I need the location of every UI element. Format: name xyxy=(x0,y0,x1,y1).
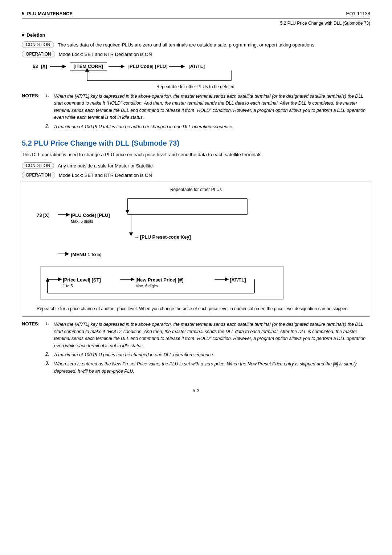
page: 5. PLU MAINTENANCE EO1-11138 5.2 PLU Pri… xyxy=(0,0,392,555)
deletion-condition-badge: CONDITION xyxy=(22,41,54,48)
svg-text:Max. 6 digits: Max. 6 digits xyxy=(135,284,158,288)
deletion-note-1: 1. When the [AT/TL] key is depressed in … xyxy=(45,93,370,121)
section52-title: 5.2 PLU Price Change with DLL (Submode 7… xyxy=(22,139,370,147)
svg-text:[MENU 1 to 5]: [MENU 1 to 5] xyxy=(71,252,102,257)
deletion-notes-label: NOTES: xyxy=(22,93,42,98)
deletion-flow-plu: [PLU] xyxy=(155,64,168,69)
section52-note-1: 1. When the [AT/TL] key is depressed in … xyxy=(45,321,370,349)
section52-condition-text: Any time outside a sale for Master or Sa… xyxy=(58,162,370,170)
svg-text:→  [PLU Preset-code Key]: → [PLU Preset-code Key] xyxy=(134,234,191,240)
subheader: 5.2 PLU Price Change with DLL (Submode 7… xyxy=(22,21,370,26)
svg-rect-42 xyxy=(40,267,283,299)
page-footer: 5-3 xyxy=(22,388,370,393)
deletion-notes: NOTES: 1. When the [AT/TL] key is depres… xyxy=(22,93,370,133)
section52-notes-label: NOTES: xyxy=(22,321,42,327)
section52-note-3-text: When zero is entered as the New Preset P… xyxy=(54,361,370,375)
section52-intro: This DLL operation is used to change a P… xyxy=(22,151,370,158)
svg-text:|PLU Code|  [PLU]: |PLU Code| [PLU] xyxy=(71,212,110,218)
deletion-flow-x: [X] xyxy=(41,64,47,69)
deletion-operation-badge: OPERATION xyxy=(22,51,55,57)
deletion-flow-itemcorr: [ITEM CORR] xyxy=(70,62,107,70)
deletion-flow-num: 63 xyxy=(33,64,38,69)
section52-operation-row: OPERATION Mode Lock: SET and RTR Declara… xyxy=(22,172,370,179)
section52-note-2-text: A maximum of 100 PLU prices can be chang… xyxy=(54,352,214,358)
section52-condition-row: CONDITION Any time outside a sale for Ma… xyxy=(22,162,370,170)
arrow2 xyxy=(109,62,127,70)
page-header: 5. PLU MAINTENANCE EO1-11138 xyxy=(22,11,370,19)
deletion-note-1-text: When the [AT/TL] key is depressed in the… xyxy=(54,93,370,121)
deletion-flow-attl: [AT/TL] xyxy=(188,64,205,69)
svg-text:[AT/TL]: [AT/TL] xyxy=(230,277,246,283)
page-number: 5-3 xyxy=(193,388,200,393)
arrow3 xyxy=(169,62,187,70)
svg-text:|Price Level|  [ST]: |Price Level| [ST] xyxy=(63,277,101,283)
deletion-title: Deletion xyxy=(22,32,370,38)
deletion-condition-row: CONDITION The sales data of the required… xyxy=(22,41,370,49)
deletion-flow-diagram: 63 [X] [ITEM CORR] |PLU Code| xyxy=(22,62,370,89)
svg-text:73 [X]: 73 [X] xyxy=(37,212,49,218)
section52-operation-badge: OPERATION xyxy=(22,172,55,178)
section52-repeatable-top: Repeatable for other PLUs xyxy=(29,187,363,192)
deletion-repeatable-note: Repeatable for other PLUs to be deleted. xyxy=(22,84,370,89)
section52-notes: NOTES: 1. When the [AT/TL] key is depres… xyxy=(22,321,370,377)
deletion-operation-text: Mode Lock: SET and RTR Declaration is ON xyxy=(59,51,370,58)
svg-text:|New Preset Price|  [#]: |New Preset Price| [#] xyxy=(135,277,183,283)
header-chapter: 5. PLU MAINTENANCE xyxy=(22,11,73,16)
deletion-flow-plu-code: |PLU Code| xyxy=(128,64,153,69)
section52-note-3: 3. When zero is entered as the New Prese… xyxy=(45,361,370,375)
svg-text:1 to 5: 1 to 5 xyxy=(63,284,73,288)
section52-repeatable-bottom: Repeatable for a price change of another… xyxy=(29,306,363,311)
header-doc-num: EO1-11138 xyxy=(346,11,371,16)
deletion-condition-text: The sales data of the required PLUs are … xyxy=(58,41,370,49)
subheader-text: 5.2 PLU Price Change with DLL (Submode 7… xyxy=(280,21,370,26)
section52-flow-diagram: Repeatable for other PLUs 73 [X] xyxy=(22,182,370,317)
section52-note-2: 2. A maximum of 100 PLU prices can be ch… xyxy=(45,352,370,358)
deletion-operation-row: OPERATION Mode Lock: SET and RTR Declara… xyxy=(22,51,370,58)
section52-operation-text: Mode Lock: SET and RTR Declaration is ON xyxy=(59,172,370,179)
section52-note-1-text: When the [AT/TL] key is depressed in the… xyxy=(54,321,370,349)
svg-text:Max. 6 digits: Max. 6 digits xyxy=(71,219,93,223)
deletion-note-2-text: A maximum of 100 PLU tables can be added… xyxy=(54,123,233,130)
deletion-label: Deletion xyxy=(26,32,45,38)
deletion-note-2: 2. A maximum of 100 PLU tables can be ad… xyxy=(45,123,370,130)
arrow1 xyxy=(50,62,68,70)
section52-condition-badge: CONDITION xyxy=(22,162,54,169)
